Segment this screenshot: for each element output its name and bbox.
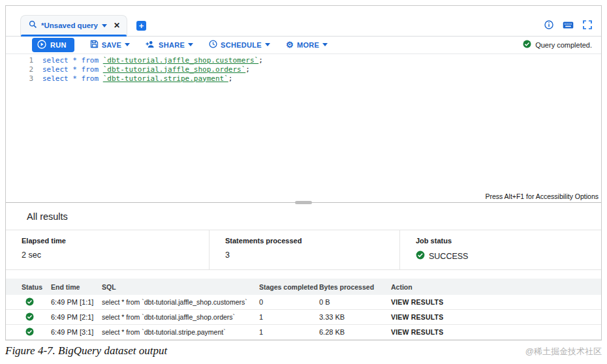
save-button[interactable]: SAVE (90, 40, 130, 50)
editor-results-divider: Press Alt+F1 for Accessibility Options (6, 194, 601, 203)
col-header-sql: SQL (102, 283, 259, 291)
code-text: select * from `dbt-tutorial.jaffle_shop.… (42, 56, 263, 65)
share-button[interactable]: SHARE (146, 40, 193, 50)
success-check-icon (25, 327, 34, 337)
col-header-status: Status (6, 283, 51, 291)
stat-label: Elapsed time (22, 237, 209, 245)
all-results-heading: All results (6, 203, 601, 230)
schedule-label: SCHEDULE (221, 41, 262, 49)
fullscreen-icon[interactable] (583, 20, 592, 29)
cell-end-time: 6:49 PM [3:1] (51, 328, 102, 336)
more-button[interactable]: ⚙ MORE (286, 40, 328, 49)
save-chevron-down-icon (125, 43, 130, 46)
tab-chevron-down-icon[interactable] (102, 24, 107, 27)
table-row: 6:49 PM [2:1] select * from `dbt-tutoria… (6, 310, 601, 325)
query-toolbar: RUN SAVE SHARE SCHEDULE ⚙ MORE (6, 37, 601, 54)
code-text: select * from `dbt-tutorial.stripe.payme… (42, 74, 232, 83)
tabbar-actions (544, 20, 592, 36)
stat-statements-processed: Statements processed 3 (209, 230, 399, 269)
cell-stages: 1 (259, 313, 319, 321)
table-row: 6:49 PM [3:1] select * from `dbt-tutoria… (6, 325, 601, 340)
view-results-button[interactable]: VIEW RESULTS (391, 313, 443, 321)
cell-stages: 1 (259, 328, 319, 336)
bigquery-console-window: *Unsaved query ✕ + RUN (5, 5, 602, 341)
keyboard-icon[interactable] (563, 21, 574, 29)
run-button[interactable]: RUN (32, 38, 74, 52)
figure-caption: Figure 4-7. BigQuery dataset output (5, 344, 167, 357)
results-table: Status End time SQL Stages completed Byt… (6, 279, 601, 340)
row-status-icon-cell (6, 312, 51, 322)
line-number: 1 (6, 56, 42, 65)
stat-job-status: Job status SUCCESS (399, 230, 601, 269)
run-label: RUN (50, 41, 67, 49)
share-chevron-down-icon (188, 43, 193, 46)
tab-close-icon[interactable]: ✕ (114, 21, 120, 30)
schedule-chevron-down-icon (265, 43, 270, 46)
success-check-icon (416, 250, 425, 262)
code-text: select * from `dbt-tutorial.jaffle_shop.… (42, 65, 250, 74)
col-header-stages: Stages completed (259, 283, 319, 291)
info-icon[interactable] (544, 20, 553, 29)
sql-editor[interactable]: 1 select * from `dbt-tutorial.jaffle_sho… (6, 54, 601, 194)
cell-sql: select * from `dbt-tutorial.jaffle_shop.… (102, 313, 259, 321)
share-label: SHARE (159, 41, 185, 49)
query-status-text: Query completed. (535, 41, 592, 49)
figure-caption-row: Figure 4-7. BigQuery dataset output @稀土掘… (5, 344, 602, 357)
schedule-button[interactable]: SCHEDULE (209, 40, 270, 50)
stat-value: 2 sec (22, 250, 209, 260)
job-stats-bar: Elapsed time 2 sec Statements processed … (6, 230, 601, 270)
tab-bar: *Unsaved query ✕ + (6, 6, 601, 37)
play-icon (37, 40, 46, 50)
stat-label: Statements processed (225, 237, 399, 245)
resize-drag-handle[interactable] (295, 201, 312, 204)
code-line: 1 select * from `dbt-tutorial.jaffle_sho… (6, 56, 601, 65)
view-results-button[interactable]: VIEW RESULTS (391, 328, 443, 336)
stat-elapsed-time: Elapsed time 2 sec (6, 230, 209, 269)
stat-label: Job status (416, 237, 601, 245)
check-circle-icon (523, 40, 531, 50)
row-status-icon-cell (6, 297, 51, 307)
col-header-end-time: End time (51, 283, 102, 291)
line-number: 3 (6, 74, 42, 83)
tab-label: *Unsaved query (41, 22, 98, 29)
clock-icon (209, 40, 217, 50)
query-status: Query completed. (523, 40, 592, 50)
success-check-icon (25, 312, 34, 322)
table-header-row: Status End time SQL Stages completed Byt… (6, 279, 601, 295)
table-row: 6:49 PM [1:1] select * from `dbt-tutoria… (6, 295, 601, 310)
code-line: 3 select * from `dbt-tutorial.stripe.pay… (6, 74, 601, 83)
cell-end-time: 6:49 PM [1:1] (51, 298, 102, 306)
stat-value: SUCCESS (416, 250, 601, 262)
cell-sql: select * from `dbt-tutorial.jaffle_shop.… (102, 298, 259, 306)
cell-end-time: 6:49 PM [2:1] (51, 313, 102, 321)
col-header-bytes: Bytes processed (319, 283, 391, 291)
col-header-action: Action (391, 283, 601, 291)
save-icon (90, 40, 99, 50)
success-check-icon (25, 297, 34, 307)
person-add-icon (146, 40, 155, 50)
save-label: SAVE (102, 41, 121, 49)
gear-icon: ⚙ (286, 40, 294, 49)
line-number: 2 (6, 65, 42, 74)
accessibility-hint: Press Alt+F1 for Accessibility Options (485, 192, 599, 200)
code-line: 2 select * from `dbt-tutorial.jaffle_sho… (6, 65, 601, 74)
tab-unsaved-query[interactable]: *Unsaved query ✕ (20, 15, 127, 36)
cell-bytes: 3.33 KB (319, 313, 391, 321)
table-reference-link[interactable]: `dbt-tutorial.jaffle_shop.orders` (103, 65, 246, 74)
view-results-button[interactable]: VIEW RESULTS (391, 298, 443, 306)
add-tab-button[interactable]: + (136, 21, 146, 31)
cell-sql: select * from `dbt-tutorial.stripe.payme… (102, 328, 259, 336)
more-chevron-down-icon (322, 43, 328, 46)
more-label: MORE (297, 41, 319, 49)
table-reference-link[interactable]: `dbt-tutorial.stripe.payment` (103, 74, 228, 83)
stat-value: 3 (225, 250, 399, 260)
table-reference-link[interactable]: `dbt-tutorial.jaffle_shop.customers` (103, 56, 258, 65)
row-status-icon-cell (6, 327, 51, 337)
cell-bytes: 6.28 KB (319, 328, 391, 336)
job-status-text: SUCCESS (429, 252, 468, 261)
cell-bytes: 0 B (319, 298, 391, 306)
query-magnifier-icon (29, 20, 37, 31)
watermark-text: @稀土掘金技术社区 (525, 346, 602, 357)
cell-stages: 0 (259, 298, 319, 306)
